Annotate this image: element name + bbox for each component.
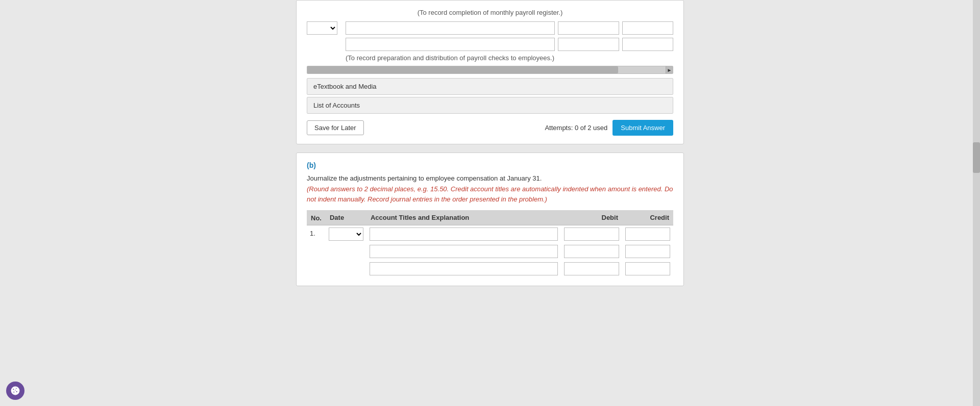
account-input-b1[interactable] — [370, 227, 558, 241]
col-header-account: Account Titles and Explanation — [366, 210, 561, 225]
account-input-1[interactable] — [346, 21, 555, 35]
col-header-debit: Debit — [561, 210, 622, 225]
section-b-card: (b) Journalize the adjustments pertainin… — [296, 153, 684, 286]
row-account-1[interactable] — [366, 225, 561, 243]
instruction-text: Journalize the adjustments pertaining to… — [307, 174, 673, 182]
row-credit-2[interactable] — [622, 243, 673, 260]
row-debit-2[interactable] — [561, 243, 622, 260]
credit-input-b2[interactable] — [625, 245, 670, 258]
row-date-2 — [326, 243, 366, 260]
date-select-b1[interactable] — [329, 227, 363, 241]
cookie-icon[interactable] — [6, 382, 24, 400]
row-credit-1[interactable] — [622, 225, 673, 243]
submit-answer-button[interactable]: Submit Answer — [612, 120, 673, 136]
section-b-label: (b) — [307, 161, 673, 169]
debit-input-b1[interactable] — [564, 227, 619, 241]
instruction-red: (Round answers to 2 decimal places, e.g.… — [307, 184, 673, 204]
account-input-b2[interactable] — [370, 245, 558, 258]
credit-input-sub1[interactable] — [622, 38, 673, 51]
note-payroll-distribution: (To record preparation and distribution … — [307, 54, 673, 62]
account-input-b3[interactable] — [370, 262, 558, 275]
row-credit-3[interactable] — [622, 260, 673, 277]
svg-point-0 — [11, 386, 20, 395]
scrollbar-thumb[interactable] — [307, 66, 618, 73]
row-debit-3[interactable] — [561, 260, 622, 277]
right-scrollbar-thumb[interactable] — [973, 142, 980, 173]
svg-point-2 — [16, 388, 17, 389]
row-date-1[interactable] — [326, 225, 366, 243]
debit-input-sub1[interactable] — [558, 38, 619, 51]
col-header-no: No. — [307, 210, 326, 225]
col-header-date: Date — [326, 210, 366, 225]
svg-point-5 — [15, 390, 15, 390]
table-row — [307, 243, 673, 260]
debit-input-1[interactable] — [558, 21, 619, 35]
credit-input-b3[interactable] — [625, 262, 670, 275]
row-no-2 — [307, 243, 326, 260]
col-header-credit: Credit — [622, 210, 673, 225]
etextbook-media-button[interactable]: eTextbook and Media — [307, 78, 673, 95]
svg-point-1 — [13, 389, 14, 390]
sub-row-1 — [307, 38, 673, 51]
debit-input-b2[interactable] — [564, 245, 619, 258]
date-select-1[interactable] — [307, 21, 337, 35]
save-for-later-button[interactable]: Save for Later — [307, 120, 364, 135]
credit-input-b1[interactable] — [625, 227, 670, 241]
svg-point-3 — [16, 391, 17, 392]
table-row — [307, 260, 673, 277]
svg-point-4 — [13, 392, 14, 393]
debit-input-b3[interactable] — [564, 262, 619, 275]
row-no-1: 1. — [307, 225, 326, 243]
table-row: 1. — [307, 225, 673, 243]
footer-row: Save for Later Attempts: 0 of 2 used Sub… — [307, 120, 673, 136]
row-account-2[interactable] — [366, 243, 561, 260]
note-payroll-register: (To record completion of monthly payroll… — [307, 9, 673, 16]
journal-table-b: No. Date Account Titles and Explanation … — [307, 210, 673, 277]
row-date-3 — [326, 260, 366, 277]
row-no-3 — [307, 260, 326, 277]
right-scrollbar[interactable] — [973, 0, 980, 406]
row-account-3[interactable] — [366, 260, 561, 277]
row-debit-1[interactable] — [561, 225, 622, 243]
horizontal-scrollbar[interactable]: ◄ ► — [307, 66, 673, 74]
entry-row-1 — [307, 21, 673, 35]
attempts-text: Attempts: 0 of 2 used — [545, 124, 607, 132]
credit-input-1[interactable] — [622, 21, 673, 35]
list-of-accounts-button[interactable]: List of Accounts — [307, 97, 673, 114]
scrollbar-right-arrow[interactable]: ► — [666, 66, 673, 73]
account-input-sub1[interactable] — [346, 38, 555, 51]
